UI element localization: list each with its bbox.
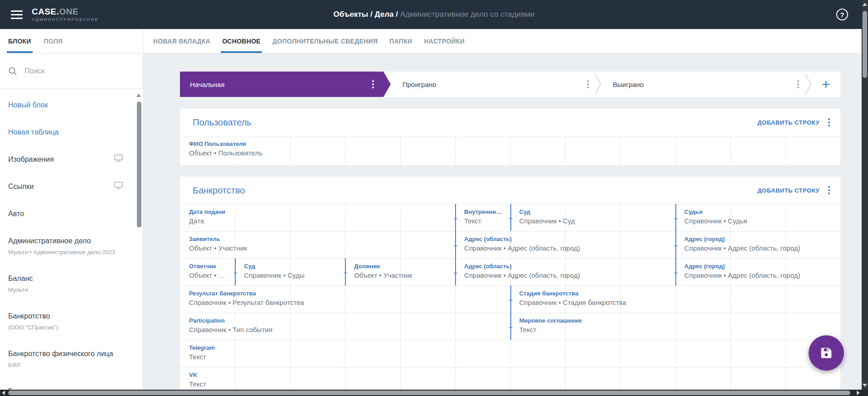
- field-resize-handle[interactable]: ↔: [235, 258, 236, 285]
- field-type-label: Справочник • Суды: [244, 271, 341, 279]
- sidebar-item[interactable]: БалансМульти: [0, 265, 143, 303]
- field-block[interactable]: ФИО ПользователяОбъект • Пользователь: [180, 136, 345, 165]
- save-button[interactable]: [809, 335, 844, 371]
- field-block[interactable]: Дата подачиДата: [180, 204, 455, 231]
- resize-arrows-icon: ↔: [452, 241, 459, 248]
- field-resize-handle[interactable]: ↔: [675, 204, 676, 231]
- field-block[interactable]: Внутренни…Текст: [455, 204, 510, 231]
- add-row-button[interactable]: ДОБАВИТЬ СТРОКУ: [757, 187, 820, 194]
- scroll-down-icon[interactable]: [863, 384, 867, 387]
- field-type-label: Объект • Участник: [354, 271, 451, 279]
- field-type-label: Текст: [519, 326, 837, 333]
- tab-2[interactable]: ДОПОЛНИТЕЛЬНЫЕ СВЕДЕНИЯ: [272, 29, 378, 53]
- scroll-right-icon[interactable]: [857, 391, 860, 395]
- stage-0[interactable]: Начальная: [180, 72, 391, 97]
- field-block[interactable]: ДолжникОбъект • Участник: [345, 259, 455, 285]
- field-block[interactable]: Адрес (город)Справочник • Адрес (область…: [675, 232, 840, 258]
- field-row: ParticipationСправочник • Тип событияМир…: [180, 313, 840, 340]
- field-label: ФИО Пользователя: [189, 140, 341, 147]
- tab-3[interactable]: ПАПКИ: [389, 29, 412, 53]
- field-resize-handle[interactable]: ↔: [675, 231, 676, 258]
- sidebar: БЛОКИПОЛЯ Новый блокНовая таблицаИзображ…: [0, 29, 143, 396]
- breadcrumb: Объекты / Дела / Административное дело с…: [334, 10, 535, 19]
- sidebar-item[interactable]: Изображения: [0, 146, 143, 173]
- stage-1[interactable]: Проиграно: [391, 72, 595, 97]
- field-resize-handle[interactable]: ↔: [675, 258, 676, 285]
- field-resize-handle[interactable]: ↔: [510, 204, 511, 231]
- field-block[interactable]: Адрес (город)Справочник • Адрес (область…: [675, 259, 840, 285]
- search-input[interactable]: [24, 67, 115, 75]
- scroll-up-icon[interactable]: [863, 3, 867, 6]
- field-label: Внутренни…: [464, 208, 506, 215]
- stage-menu-icon[interactable]: [585, 78, 591, 91]
- scroll-left-icon[interactable]: [2, 391, 5, 395]
- sidebar-item[interactable]: Авто: [0, 200, 143, 227]
- field-block[interactable]: Адрес (область)Справочник • Адрес (облас…: [455, 232, 675, 258]
- field-block[interactable]: СудСправочник • Суд: [510, 204, 675, 231]
- sidebar-item-label: Банкротство физического лица: [8, 349, 113, 359]
- field-resize-handle[interactable]: ↔: [510, 313, 511, 340]
- section-header: ПользовательДОБАВИТЬ СТРОКУ: [180, 109, 840, 136]
- sidebar-item-sublabel: Мульти • Административное дело 2023: [8, 248, 115, 256]
- field-label: Суд: [244, 263, 341, 270]
- field-resize-handle[interactable]: ↔: [455, 231, 456, 258]
- field-block[interactable]: СудСправочник • Суды: [235, 259, 345, 285]
- sidebar-item[interactable]: Банкротство(ООО "СПрактик"): [0, 303, 143, 340]
- add-stage-button[interactable]: +: [811, 72, 840, 97]
- sidebar-item[interactable]: Административное делоМульти • Администра…: [0, 227, 143, 265]
- field-block[interactable]: Мировое соглашениеТекст: [510, 313, 841, 340]
- field-block[interactable]: ЗаявительОбъект • Участник: [180, 232, 455, 258]
- field-label: Адрес (город): [684, 236, 837, 242]
- field-resize-handle[interactable]: ↔: [455, 258, 456, 285]
- sidebar-item[interactable]: Новый блок: [0, 92, 143, 119]
- field-resize-handle[interactable]: ↔: [455, 204, 456, 231]
- sidebar-tab-blocks[interactable]: БЛОКИ: [8, 29, 31, 53]
- field-block[interactable]: ParticipationСправочник • Тип события: [180, 313, 510, 340]
- add-row-button[interactable]: ДОБАВИТЬ СТРОКУ: [757, 119, 820, 126]
- section-menu-icon[interactable]: [826, 116, 832, 129]
- search-icon: [8, 67, 17, 76]
- sidebar-item[interactable]: Новая таблица: [0, 119, 143, 146]
- field-block[interactable]: Результат банкротстваСправочник • Резуль…: [180, 286, 510, 313]
- stage-2[interactable]: Выиграно: [601, 72, 805, 97]
- resize-arrows-icon: ↔: [508, 214, 514, 221]
- field-row: ЗаявительОбъект • УчастникАдрес (область…: [180, 231, 840, 258]
- section-menu-icon[interactable]: [826, 184, 832, 197]
- hamburger-menu-icon[interactable]: [9, 9, 24, 21]
- field-block[interactable]: TelegramТекст: [180, 340, 840, 367]
- stage-menu-icon[interactable]: [370, 78, 376, 91]
- tab-0[interactable]: НОВАЯ ВКЛАДКА: [153, 29, 210, 53]
- field-type-label: Справочник • Адрес (область, город): [464, 244, 672, 252]
- sidebar-scrollbar[interactable]: [137, 101, 141, 227]
- content-area: НачальнаяПроиграноВыиграно+ Пользователь…: [143, 53, 868, 396]
- grid-line: [455, 136, 456, 165]
- resize-arrows-icon: ↔: [452, 214, 459, 221]
- tab-4[interactable]: НАСТРОЙКИ: [424, 29, 465, 53]
- field-block[interactable]: Адрес (область)Справочник • Адрес (облас…: [455, 259, 675, 285]
- field-block[interactable]: ОтветчикОбъект • …: [180, 259, 235, 285]
- vertical-scroll-thumb[interactable]: [863, 11, 867, 78]
- section-card: ПользовательДОБАВИТЬ СТРОКУФИО Пользоват…: [180, 109, 840, 165]
- field-row: Результат банкротстваСправочник • Резуль…: [180, 285, 840, 313]
- stage-bar: НачальнаяПроиграноВыиграно+: [180, 72, 840, 97]
- vertical-scrollbar[interactable]: [862, 0, 868, 390]
- field-resize-handle[interactable]: ↔: [510, 285, 511, 313]
- sidebar-tab-fields[interactable]: ПОЛЯ: [44, 29, 63, 53]
- tab-1[interactable]: ОСНОВНОЕ: [222, 29, 261, 53]
- horizontal-scrollbar[interactable]: [0, 390, 862, 396]
- monitor-icon: [114, 182, 123, 189]
- stage-menu-icon[interactable]: [795, 78, 801, 91]
- sidebar-item[interactable]: Банкротство физического лицаБФЛ: [0, 340, 143, 378]
- sidebar-scroll-up-icon[interactable]: [136, 93, 141, 97]
- grid-line: [730, 136, 731, 165]
- field-row: ОтветчикОбъект • …СудСправочник • Суды↔Д…: [180, 258, 840, 285]
- sidebar-item-label: Административное дело: [8, 236, 115, 246]
- section-title: Банкротство: [193, 185, 245, 196]
- sidebar-item[interactable]: Ссылки: [0, 173, 143, 200]
- field-resize-handle[interactable]: ↔: [345, 258, 346, 285]
- help-icon[interactable]: ?: [836, 9, 848, 20]
- field-type-label: Объект • Пользователь: [189, 149, 341, 157]
- field-block[interactable]: Стадия банкротстваСправочник • Стадия ба…: [510, 286, 841, 313]
- horizontal-scroll-thumb[interactable]: [8, 391, 850, 395]
- field-block[interactable]: СудьяСправочник • Судья: [675, 204, 840, 231]
